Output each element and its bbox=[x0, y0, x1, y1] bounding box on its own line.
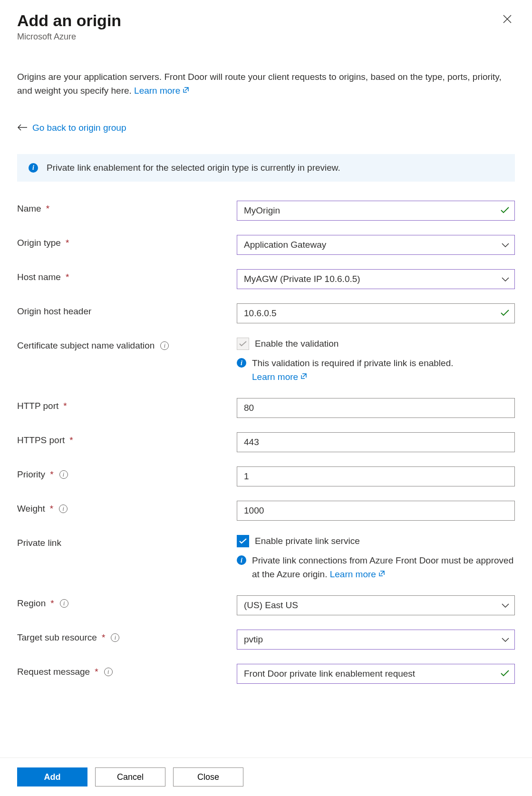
https-port-input[interactable] bbox=[237, 432, 515, 452]
back-link-row[interactable]: Go back to origin group bbox=[17, 122, 515, 133]
close-button[interactable]: Close bbox=[173, 767, 243, 786]
https-port-label: HTTPS port bbox=[17, 435, 65, 446]
priority-label: Priority bbox=[17, 469, 45, 480]
request-msg-input[interactable] bbox=[237, 664, 515, 684]
name-label: Name bbox=[17, 204, 41, 214]
learn-more-link[interactable]: Learn more bbox=[330, 569, 386, 579]
cert-validation-label: Certificate subject name validation bbox=[17, 340, 155, 351]
private-link-label: Private link bbox=[17, 538, 61, 548]
info-hint-icon[interactable]: i bbox=[59, 470, 68, 479]
description-text: Origins are your application servers. Fr… bbox=[17, 70, 515, 97]
request-msg-label: Request message bbox=[17, 667, 90, 677]
region-label: Region bbox=[17, 598, 46, 609]
info-icon: i bbox=[237, 358, 246, 368]
info-hint-icon[interactable]: i bbox=[104, 668, 113, 676]
learn-more-link[interactable]: Learn more bbox=[134, 86, 190, 96]
info-hint-icon[interactable]: i bbox=[60, 599, 68, 608]
name-input[interactable] bbox=[237, 201, 515, 221]
origin-type-label: Origin type bbox=[17, 238, 61, 248]
private-link-checkbox-label: Enable private link service bbox=[255, 536, 360, 546]
target-sub-select[interactable] bbox=[237, 630, 515, 650]
host-header-input[interactable] bbox=[237, 303, 515, 323]
target-sub-label: Target sub resource bbox=[17, 632, 97, 643]
cert-validation-checkbox-label: Enable the validation bbox=[255, 339, 339, 349]
info-hint-icon[interactable]: i bbox=[59, 505, 68, 513]
learn-more-link[interactable]: Learn more bbox=[252, 372, 308, 382]
host-name-label: Host name bbox=[17, 272, 61, 282]
cert-validation-info: This validation is required if private l… bbox=[252, 358, 454, 368]
external-link-icon bbox=[300, 370, 308, 384]
close-icon[interactable] bbox=[500, 11, 515, 29]
cancel-button[interactable]: Cancel bbox=[95, 767, 165, 786]
host-header-label: Origin host header bbox=[17, 306, 91, 317]
preview-banner: i Private link enablement for the select… bbox=[17, 154, 515, 182]
arrow-left-icon bbox=[17, 122, 28, 133]
http-port-input[interactable] bbox=[237, 398, 515, 418]
external-link-icon bbox=[378, 568, 386, 582]
weight-input[interactable] bbox=[237, 501, 515, 521]
footer-actions: Add Cancel Close bbox=[0, 757, 532, 796]
origin-type-select[interactable] bbox=[237, 235, 515, 255]
back-link[interactable]: Go back to origin group bbox=[32, 123, 126, 133]
info-hint-icon[interactable]: i bbox=[160, 341, 169, 350]
region-select[interactable] bbox=[237, 595, 515, 615]
external-link-icon bbox=[182, 84, 190, 98]
priority-input[interactable] bbox=[237, 466, 515, 486]
cert-validation-checkbox bbox=[237, 338, 249, 350]
host-name-select[interactable] bbox=[237, 269, 515, 289]
http-port-label: HTTP port bbox=[17, 401, 58, 411]
info-icon: i bbox=[29, 163, 38, 173]
info-icon: i bbox=[237, 555, 246, 565]
page-subtitle: Microsoft Azure bbox=[17, 32, 121, 42]
page-title: Add an origin bbox=[17, 11, 121, 30]
private-link-checkbox[interactable] bbox=[237, 535, 249, 547]
info-hint-icon[interactable]: i bbox=[111, 633, 119, 642]
weight-label: Weight bbox=[17, 504, 45, 514]
add-button[interactable]: Add bbox=[17, 767, 87, 786]
banner-text: Private link enablement for the selected… bbox=[47, 163, 340, 173]
